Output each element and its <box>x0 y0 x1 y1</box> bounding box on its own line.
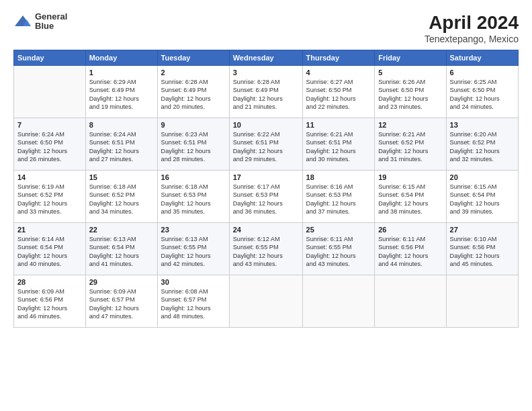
calendar-week-5: 28Sunrise: 6:09 AM Sunset: 6:56 PM Dayli… <box>14 275 519 328</box>
calendar-cell: 20Sunrise: 6:15 AM Sunset: 6:54 PM Dayli… <box>446 171 518 223</box>
calendar-cell <box>229 275 302 328</box>
day-number: 18 <box>306 173 371 181</box>
day-number: 17 <box>233 173 299 181</box>
calendar-cell: 1Sunrise: 6:29 AM Sunset: 6:49 PM Daylig… <box>85 66 157 118</box>
calendar-cell: 28Sunrise: 6:09 AM Sunset: 6:56 PM Dayli… <box>14 275 86 328</box>
day-number: 16 <box>161 173 226 181</box>
day-info: Sunrise: 6:22 AM Sunset: 6:51 PM Dayligh… <box>233 130 299 164</box>
day-number: 8 <box>89 121 154 129</box>
logo: General Blue <box>13 12 67 32</box>
day-info: Sunrise: 6:24 AM Sunset: 6:51 PM Dayligh… <box>89 130 154 164</box>
day-number: 5 <box>378 68 442 77</box>
calendar-cell: 14Sunrise: 6:19 AM Sunset: 6:52 PM Dayli… <box>14 171 86 223</box>
day-number: 3 <box>233 68 299 77</box>
day-info: Sunrise: 6:16 AM Sunset: 6:53 PM Dayligh… <box>306 183 371 216</box>
day-info: Sunrise: 6:15 AM Sunset: 6:54 PM Dayligh… <box>378 183 442 216</box>
calendar-cell: 26Sunrise: 6:11 AM Sunset: 6:56 PM Dayli… <box>375 223 446 275</box>
day-info: Sunrise: 6:21 AM Sunset: 6:51 PM Dayligh… <box>306 130 371 164</box>
logo-icon <box>13 14 32 29</box>
calendar-header-row: SundayMondayTuesdayWednesdayThursdayFrid… <box>14 50 519 66</box>
day-info: Sunrise: 6:25 AM Sunset: 6:50 PM Dayligh… <box>450 78 515 111</box>
calendar-cell: 2Sunrise: 6:28 AM Sunset: 6:49 PM Daylig… <box>157 66 229 118</box>
calendar-cell: 29Sunrise: 6:09 AM Sunset: 6:57 PM Dayli… <box>85 275 157 328</box>
calendar-cell: 3Sunrise: 6:28 AM Sunset: 6:49 PM Daylig… <box>229 66 302 118</box>
calendar-cell: 13Sunrise: 6:20 AM Sunset: 6:52 PM Dayli… <box>446 118 518 171</box>
day-number: 9 <box>161 121 226 129</box>
header-day-saturday: Saturday <box>446 50 518 66</box>
day-number: 1 <box>89 68 154 77</box>
calendar-cell: 15Sunrise: 6:18 AM Sunset: 6:52 PM Dayli… <box>85 171 157 223</box>
day-number: 13 <box>450 121 515 129</box>
day-info: Sunrise: 6:08 AM Sunset: 6:57 PM Dayligh… <box>161 287 226 321</box>
day-number: 28 <box>17 278 82 286</box>
calendar-week-2: 7Sunrise: 6:24 AM Sunset: 6:50 PM Daylig… <box>14 118 519 171</box>
calendar-title: April 2024 <box>425 12 519 34</box>
calendar-cell: 24Sunrise: 6:12 AM Sunset: 6:55 PM Dayli… <box>229 223 302 275</box>
day-info: Sunrise: 6:09 AM Sunset: 6:57 PM Dayligh… <box>89 287 154 321</box>
calendar-week-4: 21Sunrise: 6:14 AM Sunset: 6:54 PM Dayli… <box>14 223 519 275</box>
day-number: 10 <box>233 121 299 129</box>
day-number: 4 <box>306 68 371 77</box>
page: General Blue April 2024 Tenextepango, Me… <box>0 0 532 411</box>
calendar-cell: 5Sunrise: 6:26 AM Sunset: 6:50 PM Daylig… <box>375 66 446 118</box>
day-info: Sunrise: 6:20 AM Sunset: 6:52 PM Dayligh… <box>450 130 515 164</box>
calendar-cell: 19Sunrise: 6:15 AM Sunset: 6:54 PM Dayli… <box>375 171 446 223</box>
calendar-cell: 9Sunrise: 6:23 AM Sunset: 6:51 PM Daylig… <box>157 118 229 171</box>
day-info: Sunrise: 6:10 AM Sunset: 6:56 PM Dayligh… <box>450 235 515 269</box>
logo-text: General Blue <box>35 12 67 32</box>
day-number: 24 <box>233 226 299 234</box>
calendar-cell <box>446 275 518 328</box>
day-info: Sunrise: 6:12 AM Sunset: 6:55 PM Dayligh… <box>233 235 299 269</box>
day-info: Sunrise: 6:19 AM Sunset: 6:52 PM Dayligh… <box>17 183 82 216</box>
calendar-cell: 23Sunrise: 6:13 AM Sunset: 6:55 PM Dayli… <box>157 223 229 275</box>
day-info: Sunrise: 6:23 AM Sunset: 6:51 PM Dayligh… <box>161 130 226 164</box>
day-number: 22 <box>89 226 154 234</box>
day-info: Sunrise: 6:18 AM Sunset: 6:53 PM Dayligh… <box>161 183 226 216</box>
day-number: 12 <box>378 121 442 129</box>
day-number: 23 <box>161 226 226 234</box>
header: General Blue April 2024 Tenextepango, Me… <box>13 12 519 44</box>
day-info: Sunrise: 6:29 AM Sunset: 6:49 PM Dayligh… <box>89 78 154 111</box>
day-number: 20 <box>450 173 515 181</box>
calendar-table: SundayMondayTuesdayWednesdayThursdayFrid… <box>13 50 519 328</box>
day-number: 2 <box>161 68 226 77</box>
day-info: Sunrise: 6:13 AM Sunset: 6:54 PM Dayligh… <box>89 235 154 269</box>
calendar-cell: 21Sunrise: 6:14 AM Sunset: 6:54 PM Dayli… <box>14 223 86 275</box>
day-number: 14 <box>17 173 82 181</box>
day-number: 29 <box>89 278 154 286</box>
calendar-cell: 7Sunrise: 6:24 AM Sunset: 6:50 PM Daylig… <box>14 118 86 171</box>
day-info: Sunrise: 6:09 AM Sunset: 6:56 PM Dayligh… <box>17 287 82 321</box>
header-day-thursday: Thursday <box>302 50 375 66</box>
day-number: 6 <box>450 68 515 77</box>
calendar-cell: 27Sunrise: 6:10 AM Sunset: 6:56 PM Dayli… <box>446 223 518 275</box>
calendar-cell <box>375 275 446 328</box>
day-number: 30 <box>161 278 226 286</box>
calendar-cell: 11Sunrise: 6:21 AM Sunset: 6:51 PM Dayli… <box>302 118 375 171</box>
day-info: Sunrise: 6:18 AM Sunset: 6:52 PM Dayligh… <box>89 183 154 216</box>
calendar-week-1: 1Sunrise: 6:29 AM Sunset: 6:49 PM Daylig… <box>14 66 519 118</box>
day-info: Sunrise: 6:14 AM Sunset: 6:54 PM Dayligh… <box>17 235 82 269</box>
calendar-cell <box>14 66 86 118</box>
day-info: Sunrise: 6:21 AM Sunset: 6:52 PM Dayligh… <box>378 130 442 164</box>
day-number: 15 <box>89 173 154 181</box>
calendar-cell: 10Sunrise: 6:22 AM Sunset: 6:51 PM Dayli… <box>229 118 302 171</box>
header-day-monday: Monday <box>85 50 157 66</box>
day-info: Sunrise: 6:13 AM Sunset: 6:55 PM Dayligh… <box>161 235 226 269</box>
day-info: Sunrise: 6:24 AM Sunset: 6:50 PM Dayligh… <box>17 130 82 164</box>
calendar-cell: 6Sunrise: 6:25 AM Sunset: 6:50 PM Daylig… <box>446 66 518 118</box>
day-number: 25 <box>306 226 371 234</box>
header-day-wednesday: Wednesday <box>229 50 302 66</box>
title-block: April 2024 Tenextepango, Mexico <box>425 12 519 44</box>
day-number: 27 <box>450 226 515 234</box>
calendar-cell: 25Sunrise: 6:11 AM Sunset: 6:55 PM Dayli… <box>302 223 375 275</box>
day-info: Sunrise: 6:11 AM Sunset: 6:55 PM Dayligh… <box>306 235 371 269</box>
day-info: Sunrise: 6:28 AM Sunset: 6:49 PM Dayligh… <box>161 78 226 111</box>
calendar-cell: 12Sunrise: 6:21 AM Sunset: 6:52 PM Dayli… <box>375 118 446 171</box>
calendar-subtitle: Tenextepango, Mexico <box>425 34 519 44</box>
calendar-cell: 22Sunrise: 6:13 AM Sunset: 6:54 PM Dayli… <box>85 223 157 275</box>
calendar-week-3: 14Sunrise: 6:19 AM Sunset: 6:52 PM Dayli… <box>14 171 519 223</box>
calendar-cell: 18Sunrise: 6:16 AM Sunset: 6:53 PM Dayli… <box>302 171 375 223</box>
day-info: Sunrise: 6:26 AM Sunset: 6:50 PM Dayligh… <box>378 78 442 111</box>
day-number: 7 <box>17 121 82 129</box>
day-info: Sunrise: 6:28 AM Sunset: 6:49 PM Dayligh… <box>233 78 299 111</box>
